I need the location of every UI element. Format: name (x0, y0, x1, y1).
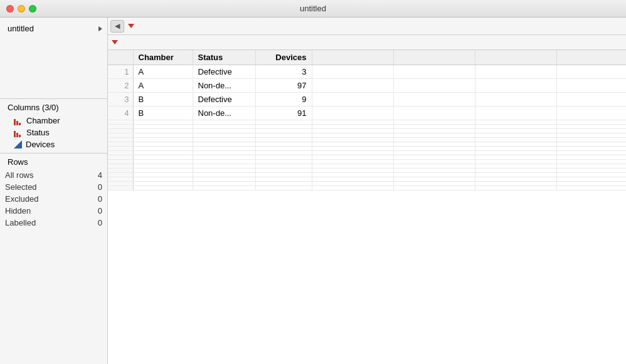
cell-status-2: Non-de... (193, 79, 255, 93)
cell-empty1-e5 (312, 125, 393, 129)
cell-rownum-empty-19 (108, 186, 133, 190)
cell-empty-ch-7 (133, 133, 193, 138)
table-row[interactable]: 4 B Non-de... 91 (108, 107, 626, 120)
cell-devices-1: 3 (255, 65, 312, 79)
nav-left-icon: ◀ (115, 22, 120, 30)
cell-empty4-e4 (556, 120, 626, 125)
cell-rownum-empty-14 (108, 164, 133, 169)
table-row-empty (108, 182, 626, 186)
table-row-empty (108, 133, 626, 138)
main-layout: untitled Columns (3/0) Chamber (0, 18, 626, 364)
window-title: untitled (300, 4, 326, 13)
cell-empty3-e11 (475, 151, 556, 155)
window-controls (6, 5, 36, 13)
cell-empty2-e8 (393, 138, 475, 142)
cell-empty4-e18 (556, 182, 626, 186)
rows-label-labelled: Labelled (5, 218, 36, 227)
categorical-icon-status (14, 128, 23, 137)
nav-left-button[interactable]: ◀ (110, 20, 124, 33)
col-header-chamber[interactable]: Chamber (133, 50, 193, 65)
cell-empty-st-7 (193, 133, 255, 138)
table-row-empty (108, 155, 626, 160)
sidebar-tree-untitled[interactable]: untitled (0, 20, 107, 37)
cell-empty-st-5 (193, 125, 255, 129)
minimize-button[interactable] (18, 5, 25, 13)
cell-empty2-e6 (393, 129, 475, 133)
rows-value-hidden: 0 (98, 206, 102, 216)
content-topbar: ◀ (108, 18, 626, 35)
sidebar-column-devices-label: Devices (26, 140, 55, 149)
cell-empty-dv-12 (255, 155, 312, 160)
rows-label-excluded: Excluded (5, 194, 38, 204)
cell-empty-dv-15 (255, 169, 312, 173)
cell-rownum-empty-12 (108, 155, 133, 160)
table-row-empty (108, 125, 626, 129)
dropdown-indicator[interactable] (128, 24, 134, 28)
table-row-empty (108, 173, 626, 177)
rows-stat-selected: Selected 0 (0, 181, 107, 193)
cell-rownum-empty-17 (108, 177, 133, 182)
table-row-empty (108, 147, 626, 151)
cell-rownum-empty-6 (108, 129, 133, 133)
col-header-empty-1 (312, 50, 393, 65)
cell-empty-st-8 (193, 138, 255, 142)
cell-rownum-empty-15 (108, 169, 133, 173)
maximize-button[interactable] (29, 5, 36, 13)
table-row[interactable]: 1 A Defective 3 (108, 65, 626, 79)
col-header-devices[interactable]: Devices (255, 50, 312, 65)
sidebar-item-devices[interactable]: Devices (0, 138, 107, 150)
cell-empty-dv-19 (255, 186, 312, 190)
cell-empty-ch-13 (133, 160, 193, 164)
col-header-status[interactable]: Status (193, 50, 255, 65)
close-button[interactable] (6, 5, 14, 13)
cell-empty-dv-11 (255, 151, 312, 155)
table-row[interactable]: 3 B Defective 9 (108, 93, 626, 107)
cell-empty1-e12 (312, 155, 393, 160)
numeric-icon-devices (14, 140, 22, 148)
rows-label-selected: Selected (5, 182, 37, 192)
data-table-container[interactable]: Chamber Status Devices 1 A Defective 3 (108, 50, 626, 364)
cell-empty4-e12 (556, 155, 626, 160)
cell-empty4-e13 (556, 160, 626, 164)
rows-stat-excluded: Excluded 0 (0, 193, 107, 205)
cell-empty-dv-9 (255, 142, 312, 147)
cell-empty-ch-4 (133, 120, 193, 125)
rows-section-header[interactable]: Rows (0, 153, 107, 169)
col-header-rownum (108, 50, 133, 65)
rows-section-label: Rows (8, 157, 28, 167)
cell-empty-st-19 (193, 186, 255, 190)
cell-empty4-e10 (556, 147, 626, 151)
table-row-empty (108, 138, 626, 142)
cell-empty-st-11 (193, 151, 255, 155)
cell-empty-ch-6 (133, 129, 193, 133)
cell-empty4-e14 (556, 164, 626, 169)
sidebar-item-status[interactable]: Status (0, 127, 107, 138)
sidebar-item-chamber[interactable]: Chamber (0, 115, 107, 127)
cell-empty3-e14 (475, 164, 556, 169)
cell-rownum-empty-13 (108, 160, 133, 164)
table-row-empty (108, 142, 626, 147)
cell-empty2-e18 (393, 182, 475, 186)
rows-value-selected: 0 (98, 182, 102, 192)
cell-empty3-e17 (475, 177, 556, 182)
cell-empty3-4 (475, 107, 556, 120)
cell-rownum-1: 1 (108, 65, 133, 79)
table-row-empty (108, 151, 626, 155)
cell-empty2-e5 (393, 125, 475, 129)
cell-empty3-e5 (475, 125, 556, 129)
table-row-empty (108, 169, 626, 173)
cell-empty1-e8 (312, 138, 393, 142)
cell-empty1-e13 (312, 160, 393, 164)
cell-empty4-e6 (556, 129, 626, 133)
cell-empty1-3 (312, 93, 393, 107)
rows-value-excluded: 0 (98, 194, 102, 204)
cell-empty-st-14 (193, 164, 255, 169)
sidebar-rows-section: Rows All rows 4 Selected 0 Excluded 0 Hi… (0, 153, 107, 364)
data-table: Chamber Status Devices 1 A Defective 3 (108, 50, 626, 190)
columns-section-header[interactable]: Columns (3/0) (0, 99, 107, 115)
cell-empty4-e8 (556, 138, 626, 142)
cell-empty3-e16 (475, 173, 556, 177)
rows-stat-hidden: Hidden 0 (0, 205, 107, 217)
table-row[interactable]: 2 A Non-de... 97 (108, 79, 626, 93)
table-dropdown-indicator[interactable] (112, 40, 118, 44)
